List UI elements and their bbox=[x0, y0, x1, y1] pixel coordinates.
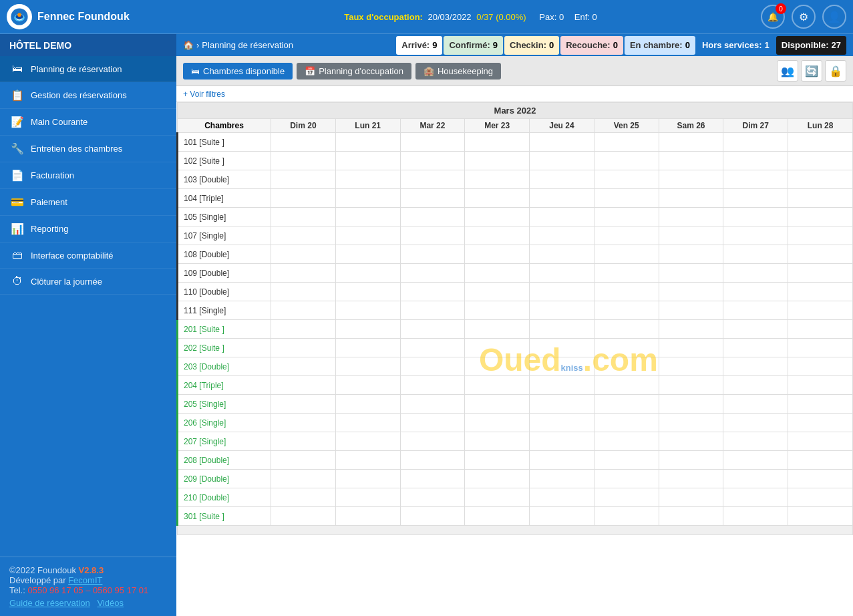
cell-3-5[interactable] bbox=[594, 189, 659, 208]
sidebar-item-8[interactable]: ⏱Clôturer la journée bbox=[0, 269, 176, 295]
room-label-15[interactable]: 206 [Single] bbox=[178, 414, 271, 432]
cell-4-0[interactable] bbox=[271, 208, 336, 226]
cell-6-8[interactable] bbox=[788, 245, 853, 264]
cell-6-2[interactable] bbox=[400, 245, 465, 264]
cell-11-1[interactable] bbox=[335, 339, 400, 357]
cell-13-7[interactable] bbox=[723, 376, 788, 395]
cell-16-6[interactable] bbox=[659, 432, 723, 451]
cell-13-8[interactable] bbox=[788, 376, 853, 395]
cell-6-7[interactable] bbox=[723, 245, 788, 264]
sidebar-item-2[interactable]: 📝Main Courante bbox=[0, 109, 176, 136]
cell-10-6[interactable] bbox=[659, 320, 723, 339]
cell-2-6[interactable] bbox=[659, 170, 723, 189]
sidebar-item-1[interactable]: 📋Gestion des réservations bbox=[0, 82, 176, 109]
cell-1-8[interactable] bbox=[788, 152, 853, 170]
cell-17-8[interactable] bbox=[788, 451, 853, 470]
cell-7-4[interactable] bbox=[530, 264, 594, 283]
cell-3-1[interactable] bbox=[335, 189, 400, 208]
cell-13-4[interactable] bbox=[530, 376, 594, 395]
planning-container[interactable]: Mars 2022ChambresDim 20Lun 21Mar 22Mer 2… bbox=[176, 102, 853, 616]
cell-11-0[interactable] bbox=[271, 339, 336, 357]
cell-15-5[interactable] bbox=[594, 414, 659, 432]
cell-8-1[interactable] bbox=[335, 283, 400, 301]
cell-20-3[interactable] bbox=[465, 507, 530, 526]
cell-4-4[interactable] bbox=[530, 208, 594, 226]
cell-7-1[interactable] bbox=[335, 264, 400, 283]
cell-3-0[interactable] bbox=[271, 189, 336, 208]
cell-2-0[interactable] bbox=[271, 170, 336, 189]
cell-9-1[interactable] bbox=[335, 301, 400, 320]
cell-14-1[interactable] bbox=[335, 395, 400, 414]
cell-14-7[interactable] bbox=[723, 395, 788, 414]
room-label-20[interactable]: 301 [Suite ] bbox=[178, 507, 271, 526]
user-button[interactable]: 👤 bbox=[822, 5, 846, 29]
cell-0-2[interactable] bbox=[400, 133, 465, 152]
cell-12-0[interactable] bbox=[271, 357, 336, 376]
cell-16-0[interactable] bbox=[271, 432, 336, 451]
sidebar-item-4[interactable]: 📄Facturation bbox=[0, 162, 176, 189]
cell-9-4[interactable] bbox=[530, 301, 594, 320]
cell-10-5[interactable] bbox=[594, 320, 659, 339]
cell-11-3[interactable] bbox=[465, 339, 530, 357]
planning-occupation-button[interactable]: 📅 Planning d'occupation bbox=[297, 63, 411, 80]
cell-19-2[interactable] bbox=[400, 488, 465, 507]
cell-16-4[interactable] bbox=[530, 432, 594, 451]
cell-17-5[interactable] bbox=[594, 451, 659, 470]
cell-12-5[interactable] bbox=[594, 357, 659, 376]
cell-10-1[interactable] bbox=[335, 320, 400, 339]
cell-11-4[interactable] bbox=[530, 339, 594, 357]
cell-19-7[interactable] bbox=[723, 488, 788, 507]
cell-13-5[interactable] bbox=[594, 376, 659, 395]
cell-2-3[interactable] bbox=[465, 170, 530, 189]
cell-9-5[interactable] bbox=[594, 301, 659, 320]
cell-19-4[interactable] bbox=[530, 488, 594, 507]
cell-2-5[interactable] bbox=[594, 170, 659, 189]
cell-12-4[interactable] bbox=[530, 357, 594, 376]
add-guest-button[interactable]: 👥 bbox=[777, 60, 798, 82]
cell-8-5[interactable] bbox=[594, 283, 659, 301]
room-label-7[interactable]: 109 [Double] bbox=[178, 264, 271, 283]
cell-5-1[interactable] bbox=[335, 226, 400, 245]
cell-20-1[interactable] bbox=[335, 507, 400, 526]
cell-15-4[interactable] bbox=[530, 414, 594, 432]
room-label-8[interactable]: 110 [Double] bbox=[178, 283, 271, 301]
cell-13-6[interactable] bbox=[659, 376, 723, 395]
cell-1-5[interactable] bbox=[594, 152, 659, 170]
cell-12-7[interactable] bbox=[723, 357, 788, 376]
settings-button[interactable]: ⚙ bbox=[792, 5, 816, 29]
notification-button[interactable]: 🔔 0 bbox=[761, 5, 785, 29]
cell-10-2[interactable] bbox=[400, 320, 465, 339]
cell-20-2[interactable] bbox=[400, 507, 465, 526]
cell-19-5[interactable] bbox=[594, 488, 659, 507]
cell-7-8[interactable] bbox=[788, 264, 853, 283]
cell-19-0[interactable] bbox=[271, 488, 336, 507]
cell-17-3[interactable] bbox=[465, 451, 530, 470]
cell-7-0[interactable] bbox=[271, 264, 336, 283]
room-label-9[interactable]: 111 [Single] bbox=[178, 301, 271, 320]
cell-9-3[interactable] bbox=[465, 301, 530, 320]
cell-20-5[interactable] bbox=[594, 507, 659, 526]
cell-16-8[interactable] bbox=[788, 432, 853, 451]
room-label-0[interactable]: 101 [Suite ] bbox=[178, 133, 271, 152]
cell-3-4[interactable] bbox=[530, 189, 594, 208]
cell-15-3[interactable] bbox=[465, 414, 530, 432]
cell-17-0[interactable] bbox=[271, 451, 336, 470]
cell-18-4[interactable] bbox=[530, 470, 594, 488]
cell-3-7[interactable] bbox=[723, 189, 788, 208]
cell-0-8[interactable] bbox=[788, 133, 853, 152]
cell-11-7[interactable] bbox=[723, 339, 788, 357]
cell-10-0[interactable] bbox=[271, 320, 336, 339]
cell-17-2[interactable] bbox=[400, 451, 465, 470]
cell-3-6[interactable] bbox=[659, 189, 723, 208]
cell-11-5[interactable] bbox=[594, 339, 659, 357]
housekeeping-button[interactable]: 🏨 Housekeeping bbox=[415, 63, 501, 80]
cell-14-2[interactable] bbox=[400, 395, 465, 414]
filter-link[interactable]: + Voir filtres bbox=[183, 90, 225, 99]
cell-14-3[interactable] bbox=[465, 395, 530, 414]
sidebar-item-6[interactable]: 📊Reporting bbox=[0, 216, 176, 243]
cell-15-1[interactable] bbox=[335, 414, 400, 432]
cell-16-2[interactable] bbox=[400, 432, 465, 451]
cell-7-6[interactable] bbox=[659, 264, 723, 283]
cell-8-6[interactable] bbox=[659, 283, 723, 301]
cell-6-1[interactable] bbox=[335, 245, 400, 264]
